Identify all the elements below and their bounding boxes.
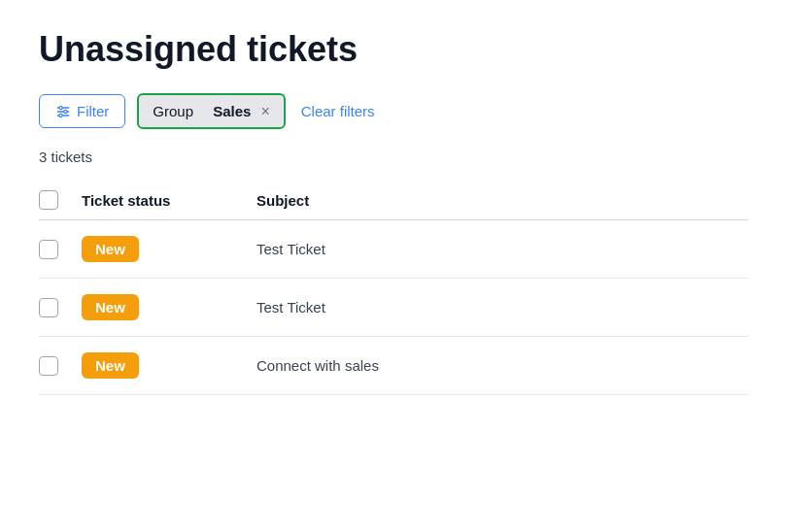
filter-tag-close-button[interactable]: ×: [260, 104, 269, 119]
header-status: Ticket status: [82, 181, 257, 220]
header-checkbox-col: [39, 181, 82, 220]
filter-icon: [55, 104, 71, 119]
row-checkbox-cell: [39, 220, 82, 279]
row-subject-cell: Test Ticket: [257, 279, 748, 337]
row-status-cell: New: [82, 337, 257, 395]
row-status-cell: New: [82, 220, 257, 279]
table-header-row: Ticket status Subject: [39, 181, 748, 220]
subject-text: Test Ticket: [257, 299, 325, 316]
subject-text: Connect with sales: [257, 357, 379, 374]
row-checkbox-0[interactable]: [39, 240, 58, 259]
row-status-cell: New: [82, 279, 257, 337]
filter-button-label: Filter: [77, 103, 109, 119]
table-row: New Connect with sales: [39, 337, 748, 395]
svg-point-3: [59, 106, 62, 109]
svg-point-5: [59, 114, 62, 116]
filter-button[interactable]: Filter: [39, 94, 125, 128]
filter-tag-label: Group: [153, 103, 193, 119]
clear-filters-button[interactable]: Clear filters: [297, 95, 379, 127]
row-checkbox-cell: [39, 337, 82, 395]
status-badge: New: [82, 352, 139, 379]
row-checkbox-2[interactable]: [39, 356, 58, 376]
status-badge: New: [82, 294, 139, 320]
filter-tag-spacer: [201, 103, 205, 119]
filter-tag-group-sales: Group Sales ×: [137, 93, 285, 129]
row-checkbox-1[interactable]: [39, 298, 58, 317]
tickets-table: Ticket status Subject New Test Ticket Ne…: [39, 181, 748, 395]
subject-text: Test Ticket: [257, 241, 325, 257]
header-subject: Subject: [257, 181, 748, 220]
ticket-count: 3 tickets: [39, 149, 748, 165]
toolbar: Filter Group Sales × Clear filters: [39, 93, 748, 129]
row-subject-cell: Test Ticket: [257, 220, 748, 279]
select-all-checkbox[interactable]: [39, 190, 58, 210]
status-badge: New: [82, 236, 139, 262]
table-row: New Test Ticket: [39, 279, 748, 337]
svg-point-4: [64, 110, 67, 113]
row-checkbox-cell: [39, 279, 82, 337]
row-subject-cell: Connect with sales: [257, 337, 748, 395]
page-title: Unassigned tickets: [39, 29, 748, 70]
filter-tag-value: Sales: [213, 103, 251, 119]
table-row: New Test Ticket: [39, 220, 748, 279]
